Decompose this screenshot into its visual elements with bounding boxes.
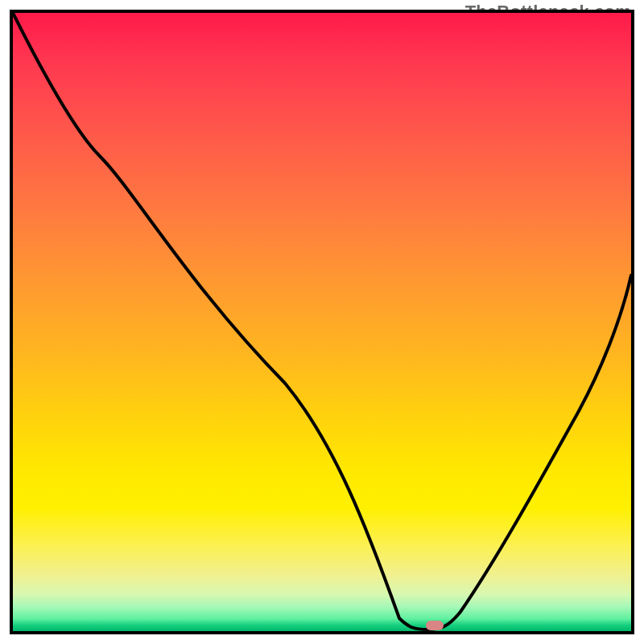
bottleneck-chart: TheBottleneck.com xyxy=(0,0,644,644)
curve-svg xyxy=(13,13,631,631)
bottleneck-curve-path xyxy=(13,13,631,630)
min-marker xyxy=(426,621,444,630)
plot-area xyxy=(10,10,634,634)
